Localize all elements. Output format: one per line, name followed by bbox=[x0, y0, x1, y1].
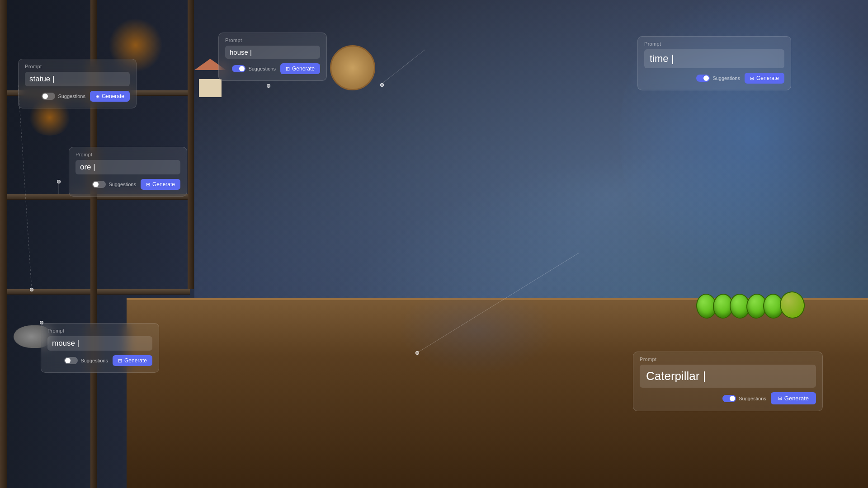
generate-btn-mouse[interactable]: ⊞ Generate bbox=[113, 355, 152, 366]
generate-label-house: Generate bbox=[292, 66, 315, 72]
toggle-thumb-ore bbox=[93, 182, 99, 187]
generate-icon-statue: ⊞ bbox=[95, 94, 99, 99]
toggle-track-caterpillar[interactable] bbox=[722, 395, 736, 402]
svg-line-2 bbox=[382, 50, 425, 84]
house-body bbox=[199, 79, 222, 97]
generate-icon-caterpillar: ⊞ bbox=[778, 395, 782, 401]
toggle-thumb-time bbox=[703, 75, 709, 81]
dot-time bbox=[380, 83, 384, 87]
dot-house bbox=[267, 84, 270, 88]
suggestions-toggle-house[interactable]: Suggestions bbox=[232, 65, 276, 72]
generate-btn-house[interactable]: ⊞ Generate bbox=[280, 63, 320, 74]
suggestions-toggle-statue[interactable]: Suggestions bbox=[42, 93, 85, 100]
prompt-widget-mouse: Prompt Suggestions ⊞ Generate bbox=[41, 323, 159, 373]
suggestions-label-mouse: Suggestions bbox=[80, 358, 108, 363]
prompt-input-ore[interactable] bbox=[75, 160, 180, 174]
suggestions-toggle-ore[interactable]: Suggestions bbox=[92, 181, 136, 188]
suggestions-toggle-time[interactable]: Suggestions bbox=[696, 75, 740, 82]
toggle-track-time[interactable] bbox=[696, 75, 710, 82]
prompt-label-caterpillar: Prompt bbox=[640, 357, 816, 362]
prompt-input-caterpillar[interactable] bbox=[640, 365, 816, 388]
suggestions-label-time: Suggestions bbox=[712, 75, 740, 81]
generate-label-statue: Generate bbox=[102, 93, 124, 99]
generate-label-mouse: Generate bbox=[124, 357, 147, 364]
toggle-thumb-mouse bbox=[65, 358, 71, 363]
prompt-label-ore: Prompt bbox=[75, 152, 180, 157]
dot-ore bbox=[57, 180, 61, 183]
caterpillar-illustration bbox=[696, 294, 823, 348]
shelf-vert-1 bbox=[0, 0, 7, 488]
laptop-glow bbox=[398, 285, 556, 375]
toggle-track-statue[interactable] bbox=[42, 93, 55, 100]
generate-btn-statue[interactable]: ⊞ Generate bbox=[90, 91, 130, 102]
prompt-label-mouse: Prompt bbox=[47, 328, 152, 333]
prompt-widget-ore: Prompt Suggestions ⊞ Generate bbox=[69, 147, 187, 197]
prompt-widget-statue: Prompt Suggestions ⊞ Generate bbox=[18, 59, 137, 108]
toggle-track-mouse[interactable] bbox=[64, 357, 78, 364]
generate-label-caterpillar: Generate bbox=[784, 395, 809, 402]
prompt-widget-time: Prompt Suggestions ⊞ Generate bbox=[637, 36, 791, 90]
prompt-widget-house: Prompt Suggestions ⊞ Generate bbox=[218, 33, 327, 81]
cat-head bbox=[778, 290, 807, 321]
generate-btn-caterpillar[interactable]: ⊞ Generate bbox=[771, 392, 816, 404]
prompt-input-mouse[interactable] bbox=[47, 336, 152, 351]
generate-icon-house: ⊞ bbox=[286, 66, 290, 72]
suggestions-toggle-mouse[interactable]: Suggestions bbox=[64, 357, 108, 364]
generate-icon-time: ⊞ bbox=[750, 75, 754, 81]
dot-caterpillar bbox=[415, 351, 419, 355]
generate-icon-mouse: ⊞ bbox=[118, 358, 122, 364]
suggestions-label-statue: Suggestions bbox=[58, 94, 85, 99]
toggle-thumb-house bbox=[239, 66, 245, 71]
prompt-input-time[interactable] bbox=[644, 49, 784, 68]
toggle-thumb-caterpillar bbox=[730, 396, 735, 401]
prompt-label-house: Prompt bbox=[225, 38, 320, 43]
suggestions-label-ore: Suggestions bbox=[108, 182, 136, 187]
generate-btn-ore[interactable]: ⊞ Generate bbox=[141, 179, 180, 190]
generate-icon-ore: ⊞ bbox=[146, 182, 150, 188]
toggle-track-house[interactable] bbox=[232, 65, 245, 72]
suggestions-toggle-caterpillar[interactable]: Suggestions bbox=[722, 395, 766, 402]
toggle-track-ore[interactable] bbox=[92, 181, 106, 188]
prompt-input-statue[interactable] bbox=[25, 72, 130, 86]
generate-btn-time[interactable]: ⊞ Generate bbox=[745, 73, 784, 84]
shelf-vert-3 bbox=[188, 0, 194, 289]
suggestions-label-caterpillar: Suggestions bbox=[739, 396, 766, 401]
prompt-input-house[interactable] bbox=[225, 46, 320, 59]
prompt-label-statue: Prompt bbox=[25, 64, 130, 69]
generate-label-ore: Generate bbox=[152, 181, 175, 188]
suggestions-label-house: Suggestions bbox=[248, 66, 276, 71]
generate-label-time: Generate bbox=[756, 75, 779, 81]
prompt-label-time: Prompt bbox=[644, 41, 784, 47]
prompt-widget-caterpillar: Prompt Suggestions ⊞ Generate bbox=[633, 352, 823, 411]
dot-statue bbox=[30, 288, 33, 291]
wall-clock bbox=[330, 45, 375, 90]
toggle-thumb-statue bbox=[42, 94, 48, 99]
